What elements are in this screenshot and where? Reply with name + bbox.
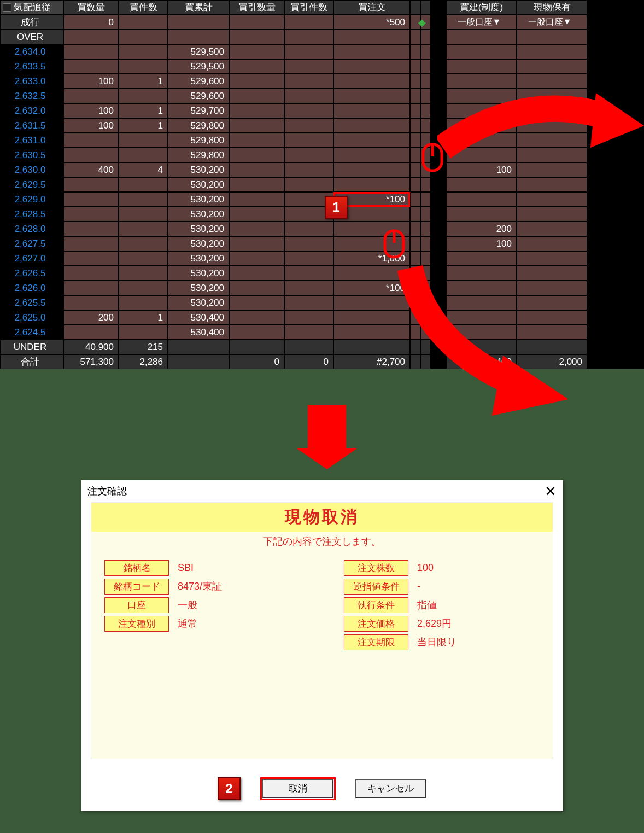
s1[interactable] <box>410 44 420 59</box>
cum-cell[interactable]: 530,200 <box>168 295 229 310</box>
pullqty-cell[interactable] <box>229 325 284 340</box>
s2[interactable] <box>420 103 431 118</box>
cum-cell[interactable]: 530,200 <box>168 207 229 222</box>
pullcnt-cell[interactable] <box>284 89 333 103</box>
cum-cell[interactable]: 530,200 <box>168 177 229 192</box>
cnt-cell[interactable]: 1 <box>119 310 168 325</box>
price-cell[interactable]: 2,628.0 <box>0 222 63 236</box>
market-row[interactable]: 成行 0 *500 ◆ 一般口座▼ 一般口座▼ <box>0 15 644 30</box>
price-cell[interactable]: 2,629.0 <box>0 192 63 207</box>
pullqty-cell[interactable] <box>229 192 284 207</box>
price-row[interactable]: 2,634.0529,500 <box>0 44 644 59</box>
qty-cell[interactable] <box>63 251 119 266</box>
s1[interactable] <box>410 236 420 251</box>
cnt-cell[interactable] <box>119 59 168 74</box>
price-cell[interactable]: 2,627.5 <box>0 236 63 251</box>
cum-cell[interactable]: 530,200 <box>168 222 229 236</box>
order-cell[interactable] <box>333 118 410 133</box>
pullcnt-cell[interactable] <box>284 251 333 266</box>
s1[interactable] <box>410 103 420 118</box>
cum-cell[interactable]: 530,400 <box>168 325 229 340</box>
price-cell[interactable]: 2,634.0 <box>0 44 63 59</box>
qty-cell[interactable] <box>63 133 119 148</box>
order-cell[interactable] <box>333 177 410 192</box>
pullcnt-cell[interactable] <box>284 74 333 89</box>
cum-cell[interactable]: 529,800 <box>168 118 229 133</box>
order-cell[interactable] <box>333 59 410 74</box>
cnt-cell[interactable] <box>119 89 168 103</box>
pullqty-cell[interactable] <box>229 103 284 118</box>
pullqty-cell[interactable] <box>229 266 284 281</box>
cnt-cell[interactable]: 4 <box>119 162 168 177</box>
pullqty-cell[interactable] <box>229 59 284 74</box>
order-cell[interactable] <box>333 44 410 59</box>
qty-cell[interactable]: 100 <box>63 118 119 133</box>
price-cell[interactable]: 2,626.0 <box>0 281 63 295</box>
price-cell[interactable]: 2,630.5 <box>0 148 63 162</box>
pullcnt-cell[interactable] <box>284 177 333 192</box>
pullqty-cell[interactable] <box>229 133 284 148</box>
qty-cell[interactable]: 100 <box>63 74 119 89</box>
qty-cell[interactable] <box>63 266 119 281</box>
pullcnt-cell[interactable] <box>284 59 333 74</box>
order-cell[interactable] <box>333 103 410 118</box>
pos-cell[interactable] <box>446 59 517 74</box>
price-cell[interactable]: 2,630.0 <box>0 162 63 177</box>
cum-cell[interactable]: 529,500 <box>168 59 229 74</box>
cum-cell[interactable]: 530,200 <box>168 192 229 207</box>
cnt-cell[interactable] <box>119 222 168 236</box>
pullcnt-cell[interactable] <box>284 236 333 251</box>
pullcnt-cell[interactable] <box>284 148 333 162</box>
cnt-cell[interactable]: 1 <box>119 74 168 89</box>
pos-cell[interactable]: 200 <box>446 222 517 236</box>
cnt-cell[interactable] <box>119 281 168 295</box>
price-cell[interactable]: 2,633.5 <box>0 59 63 74</box>
cum-cell[interactable]: 530,200 <box>168 251 229 266</box>
order-cell[interactable] <box>333 74 410 89</box>
price-cell[interactable]: 2,629.5 <box>0 177 63 192</box>
cum-cell[interactable]: 529,800 <box>168 148 229 162</box>
s2[interactable] <box>420 207 431 222</box>
qty-cell[interactable] <box>63 44 119 59</box>
s2[interactable] <box>420 59 431 74</box>
price-row[interactable]: 2,627.5530,200100 <box>0 236 644 251</box>
pullcnt-cell[interactable] <box>284 44 333 59</box>
hold-cell[interactable] <box>517 177 587 192</box>
price-cell[interactable]: 2,632.5 <box>0 89 63 103</box>
cnt-cell[interactable] <box>119 192 168 207</box>
pullqty-cell[interactable] <box>229 281 284 295</box>
cnt-cell[interactable] <box>119 148 168 162</box>
price-cell[interactable]: 2,632.0 <box>0 103 63 118</box>
qty-cell[interactable] <box>63 59 119 74</box>
dismiss-button[interactable]: キャンセル <box>355 779 426 798</box>
cnt-cell[interactable] <box>119 295 168 310</box>
price-cell[interactable]: 2,631.0 <box>0 133 63 148</box>
qty-cell[interactable]: 400 <box>63 162 119 177</box>
qty-cell[interactable] <box>63 89 119 103</box>
price-cell[interactable]: 2,627.0 <box>0 251 63 266</box>
pullqty-cell[interactable] <box>229 162 284 177</box>
price-row[interactable]: 2,628.5530,200 <box>0 207 644 222</box>
s1[interactable] <box>410 118 420 133</box>
cum-cell[interactable]: 530,200 <box>168 266 229 281</box>
price-cell[interactable]: 2,631.5 <box>0 118 63 133</box>
price-row[interactable]: 2,628.0530,200200 <box>0 222 644 236</box>
hold-cell[interactable] <box>517 222 587 236</box>
cnt-cell[interactable] <box>119 177 168 192</box>
pullqty-cell[interactable] <box>229 118 284 133</box>
hold-cell[interactable] <box>517 59 587 74</box>
pullcnt-cell[interactable] <box>284 281 333 295</box>
hold-cell[interactable] <box>517 44 587 59</box>
pullcnt-cell[interactable] <box>284 266 333 281</box>
pullqty-cell[interactable] <box>229 44 284 59</box>
track-checkbox-icon[interactable] <box>3 3 11 12</box>
price-cell[interactable]: 2,628.5 <box>0 207 63 222</box>
pullcnt-cell[interactable] <box>284 310 333 325</box>
track-toggle[interactable]: 気配追従 <box>0 0 63 15</box>
s2[interactable] <box>420 222 431 236</box>
price-cell[interactable]: 2,633.0 <box>0 74 63 89</box>
pos-cell[interactable] <box>446 44 517 59</box>
s1[interactable] <box>410 222 420 236</box>
pullqty-cell[interactable] <box>229 295 284 310</box>
pullqty-cell[interactable] <box>229 222 284 236</box>
